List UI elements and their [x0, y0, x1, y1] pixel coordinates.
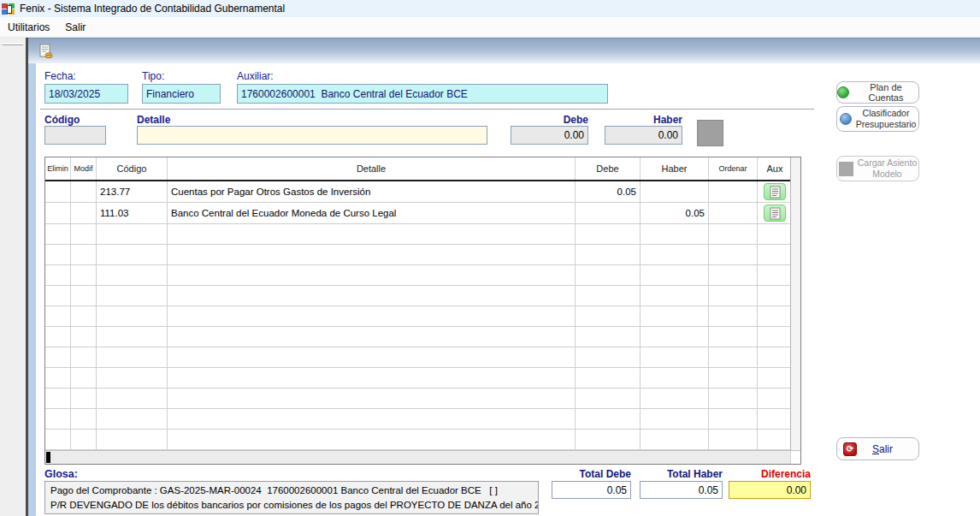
table-header-row: EliminModifCódigoDetalleDebeHaberOrdenar…	[45, 157, 790, 181]
cell-elimin	[45, 388, 71, 408]
scrollbar-corner	[790, 451, 800, 464]
column-header-ordenar[interactable]: Ordenar	[709, 157, 758, 180]
cell-debe	[576, 409, 641, 429]
cell-modif	[71, 286, 97, 305]
cell-debe: 0.05	[576, 181, 641, 202]
diferencia-label: Diferencia	[729, 468, 811, 480]
column-header-elimin[interactable]: Elimin	[45, 157, 71, 180]
horizontal-scrollbar[interactable]	[45, 451, 790, 464]
plan-de-cuentas-button[interactable]: Plan de Cuentas	[836, 81, 919, 104]
cell-detalle	[168, 430, 576, 449]
table-row-empty	[45, 347, 790, 368]
debe-input[interactable]: 0.00	[511, 126, 588, 145]
column-header-detalle[interactable]: Detalle	[168, 157, 576, 180]
detalle-input[interactable]	[137, 126, 487, 145]
table-row-empty	[45, 327, 790, 347]
total-debe-label: Total Debe	[552, 468, 631, 480]
cell-elimin	[45, 306, 71, 326]
cell-modif	[71, 327, 97, 347]
column-header-debe[interactable]: Debe	[576, 157, 641, 180]
table-row-empty	[45, 286, 790, 306]
cargar-asiento-label: Cargar AsientoModelo	[858, 157, 917, 179]
aux-document-button[interactable]	[764, 205, 786, 222]
cell-elimin	[45, 181, 71, 202]
cell-modif	[71, 203, 97, 223]
cell-haber	[641, 286, 709, 305]
left-collapsed-panel	[0, 38, 26, 516]
cell-aux	[758, 409, 790, 429]
cell-haber	[641, 306, 709, 326]
cell-aux	[758, 347, 790, 367]
cell-debe	[576, 286, 641, 305]
table-row[interactable]: 111.03Banco Central del Ecuador Moneda d…	[45, 203, 790, 224]
column-header-aux[interactable]: Aux	[758, 157, 790, 180]
menu-salir[interactable]: Salir	[57, 19, 93, 36]
glosa-text[interactable]: Pago del Comprobante : GAS-2025-MAR-0002…	[44, 481, 539, 514]
menu-utilitarios[interactable]: Utilitarios	[0, 19, 57, 36]
column-header-modif[interactable]: Modif	[71, 157, 97, 180]
cell-aux	[758, 388, 790, 408]
cell-debe	[576, 265, 641, 285]
cell-codigo	[97, 368, 168, 388]
cell-modif	[71, 306, 97, 326]
cell-ordenar	[709, 409, 758, 429]
cell-codigo	[97, 245, 168, 264]
tipo-field[interactable]: Financiero	[142, 84, 221, 104]
column-header-haber[interactable]: Haber	[641, 157, 709, 180]
clasificador-presupuestario-button[interactable]: ClasificadorPresupuestario	[836, 106, 919, 132]
cell-aux	[758, 181, 790, 202]
cell-elimin	[45, 368, 71, 388]
menubar: Utilitarios Salir	[0, 17, 980, 38]
haber-label: Haber	[605, 114, 682, 126]
cell-modif	[71, 347, 97, 367]
cell-ordenar	[709, 203, 758, 223]
cell-ordenar	[709, 430, 758, 449]
power-icon: ⟳	[843, 442, 857, 456]
cell-elimin	[45, 203, 71, 223]
plan-de-cuentas-label: Plan de Cuentas	[853, 82, 918, 103]
aux-document-button[interactable]	[764, 183, 786, 200]
haber-input[interactable]: 0.00	[605, 126, 682, 145]
panel-grip-handle[interactable]	[3, 43, 23, 45]
horizontal-scrollbar-thumb[interactable]	[46, 452, 50, 463]
cell-debe	[576, 388, 641, 408]
app-logo-icon	[2, 3, 15, 15]
cell-aux	[758, 203, 790, 223]
vertical-scrollbar[interactable]	[790, 157, 800, 450]
total-haber-field: 0.05	[640, 481, 723, 499]
cell-aux	[758, 245, 790, 264]
auxiliar-field[interactable]: 1760002600001 Banco Central del Ecuador …	[237, 84, 608, 104]
table-row-empty	[45, 368, 790, 388]
table-row-empty	[45, 409, 790, 430]
cell-codigo	[97, 286, 168, 305]
window-title: Fenix - Sistema Integrado de Contabilida…	[20, 3, 285, 15]
table-row-empty	[45, 430, 790, 450]
cell-debe	[576, 306, 641, 326]
fecha-field[interactable]: 18/03/2025	[44, 84, 128, 104]
cell-codigo: 213.77	[97, 181, 168, 202]
column-header-código[interactable]: Código	[97, 157, 168, 180]
salir-button[interactable]: ⟳ Salir	[836, 437, 919, 460]
cell-detalle: Cuentas por Pagar Otros Gastos de Invers…	[168, 181, 576, 202]
table-row-empty	[45, 265, 790, 286]
cell-debe	[576, 430, 641, 449]
cell-elimin	[45, 430, 71, 449]
gray-square-icon	[839, 162, 853, 176]
cell-detalle	[168, 306, 576, 326]
add-entry-button[interactable]	[697, 120, 723, 146]
codigo-input[interactable]	[44, 126, 106, 145]
auxiliar-label: Auxiliar:	[237, 70, 274, 82]
cell-haber	[641, 388, 709, 408]
cargar-asiento-modelo-button: Cargar AsientoModelo	[836, 156, 919, 181]
total-haber-label: Total Haber	[640, 468, 723, 480]
cell-haber: 0.05	[641, 203, 709, 223]
cell-elimin	[45, 245, 71, 264]
clasificador-label: ClasificadorPresupuestario	[856, 108, 917, 129]
table-row[interactable]: 213.77Cuentas por Pagar Otros Gastos de …	[45, 181, 790, 203]
cell-haber	[641, 327, 709, 347]
cell-detalle	[168, 265, 576, 285]
cell-codigo: 111.03	[97, 203, 168, 223]
table-row-empty	[45, 388, 790, 409]
new-voucher-button[interactable]	[37, 42, 56, 61]
cell-ordenar	[709, 327, 758, 347]
